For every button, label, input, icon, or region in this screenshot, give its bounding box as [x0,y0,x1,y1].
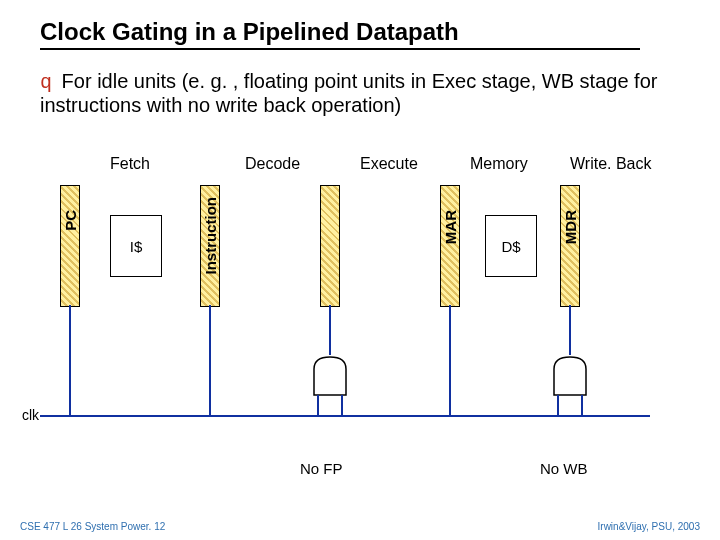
gate-nofp-output-wire [329,305,331,355]
stage-label-fetch: Fetch [110,155,150,173]
bullet-content: For idle units (e. g. , floating point u… [40,70,657,116]
register-pc [60,185,80,307]
register-pc-label: PC [62,210,79,231]
gate-nofp-clkin-wire [317,395,319,415]
gate-label-nofp: No FP [300,460,343,477]
and-gate-nofp [308,355,352,397]
stage-label-memory: Memory [470,155,528,173]
icache-box: I$ [110,215,162,277]
clk-tap-mar [449,305,451,415]
clk-tap-inst [209,305,211,415]
bullet-mark: q [40,71,52,94]
pipeline-diagram: Fetch Decode Execute Memory Write. Back … [40,155,680,455]
stage-label-execute: Execute [360,155,418,173]
clk-tap-pc [69,305,71,415]
gate-nowb-output-wire [569,305,571,355]
stage-label-writeback: Write. Back [570,155,652,173]
slide-title: Clock Gating in a Pipelined Datapath [40,18,640,50]
gate-nowb-ctrlin-wire [581,395,583,415]
gate-label-nowb: No WB [540,460,588,477]
and-gate-icon [548,355,592,397]
register-mdr [560,185,580,307]
and-gate-icon [308,355,352,397]
gate-nowb-clkin-wire [557,395,559,415]
stage-label-decode: Decode [245,155,300,173]
gate-nofp-ctrlin-wire [341,395,343,415]
footer-left: CSE 477 L 26 System Power. 12 [20,521,165,532]
register-mar [440,185,460,307]
register-mar-label: MAR [442,210,459,244]
register-decode-exec [320,185,340,307]
dcache-box: D$ [485,215,537,277]
footer-right: Irwin&Vijay, PSU, 2003 [598,521,700,532]
register-instruction-label: Instruction [202,197,219,275]
clk-label: clk [22,407,39,423]
clk-wire [40,415,650,417]
bullet-text: q For idle units (e. g. , floating point… [40,70,680,117]
and-gate-nowb [548,355,592,397]
register-mdr-label: MDR [562,210,579,244]
